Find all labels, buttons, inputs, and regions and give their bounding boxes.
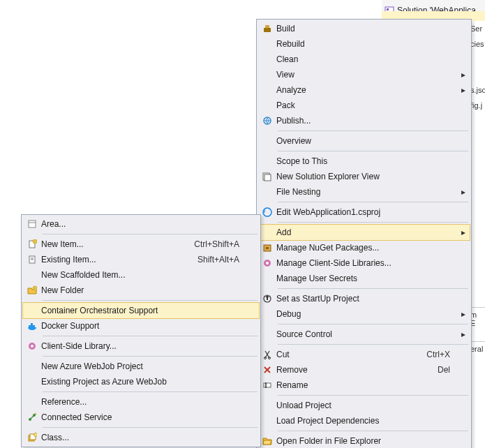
menu-item-label: Manage NuGet Packages... [276,243,450,253]
docker-icon [23,318,41,334]
menu-separator [43,427,258,428]
menu-item-label: Existing Project as Azure WebJob [41,377,239,387]
project-menu-item-manage-nuget-packages[interactable]: Manage NuGet Packages... [258,240,470,255]
project-menu-item-cut[interactable]: CutCtrl+X [258,347,470,362]
project-menu-item-overview[interactable]: Overview [258,133,470,149]
submenu-arrow-icon: ▸ [457,70,470,80]
menu-item-label: New Scaffolded Item... [41,270,239,280]
menu-item-label: Pack [276,100,450,110]
project-menu-item-publish[interactable]: Publish... [258,113,470,128]
project-menu-item-remove[interactable]: RemoveDel [258,362,470,378]
menu-item-label: Publish... [276,116,450,126]
project-menu-item-debug[interactable]: Debug▸ [258,306,470,322]
no-icon [258,52,276,67]
project-menu-item-edit-webapplication1-csproj[interactable]: Edit WebApplication1.csproj [258,204,470,220]
menu-item-label: Client-Side Library... [41,341,239,351]
build-icon [258,21,276,36]
menu-item-label: Cut [276,350,426,359]
add-menu-item-reference[interactable]: Reference... [23,394,259,410]
project-menu-item-build[interactable]: Build [258,21,470,36]
add-menu-item-new-scaffolded-item[interactable]: New Scaffolded Item... [23,267,259,283]
menu-separator [278,324,468,324]
add-menu-item-area[interactable]: Area... [23,216,259,232]
project-menu-item-manage-client-side-libraries[interactable]: Manage Client-Side Libraries... [258,255,470,271]
svg-rect-16 [29,221,36,227]
svg-point-29 [31,345,33,348]
existing-item-icon [23,252,41,267]
no-icon [258,154,276,169]
menu-item-label: Class... [41,433,239,442]
project-menu-item-pack[interactable]: Pack [258,98,470,113]
project-menu-item-add[interactable]: Add▸ [258,224,470,241]
svg-rect-26 [33,325,35,327]
menu-item-label: Manage User Secrets [276,274,450,283]
svg-rect-27 [31,323,33,325]
project-context-menu[interactable]: BuildRebuildCleanView▸Analyze▸PackPublis… [256,19,472,448]
menu-item-label: Edit WebApplication1.csproj [276,207,450,217]
menu-separator [43,336,258,336]
add-menu-item-existing-item[interactable]: Existing Item...Shift+Alt+A [23,252,259,267]
no-icon [23,374,41,389]
new-folder-icon [23,283,41,298]
menu-item-label: Add [276,227,450,237]
project-menu-item-manage-user-secrets[interactable]: Manage User Secrets [258,271,470,286]
connected-service-icon [23,410,41,425]
project-menu-item-clean[interactable]: Clean [258,52,470,67]
project-menu-item-view[interactable]: View▸ [258,67,470,82]
menu-separator [278,344,468,345]
client-lib-icon [23,338,41,354]
menu-item-label: Clean [276,54,450,64]
class-icon [23,430,41,445]
no-icon [258,67,276,82]
add-menu-item-existing-project-as-azure-webjob[interactable]: Existing Project as Azure WebJob [23,374,259,389]
no-icon [258,36,276,52]
menu-item-shortcut: Ctrl+X [426,350,457,359]
svg-point-34 [34,433,38,437]
add-menu-item-docker-support[interactable]: Docker Support [23,318,259,334]
menu-item-label: Reference... [41,397,239,407]
no-icon [258,133,276,149]
menu-item-label: Build [276,24,450,33]
add-menu-item-new-folder[interactable]: New Folder [23,283,259,298]
new-item-icon [23,237,41,252]
add-menu-item-class[interactable]: Class... [23,430,259,445]
add-menu-item-new-azure-webjob-project[interactable]: New Azure WebJob Project [23,359,259,374]
svg-rect-14 [264,383,271,387]
project-menu-item-new-solution-explorer-view[interactable]: New Solution Explorer View [258,169,470,184]
project-menu-item-rebuild[interactable]: Rebuild [258,36,470,52]
no-icon [258,98,276,113]
add-menu-item-container-orchestrator-support[interactable]: Container Orchestrator Support [22,302,260,319]
no-icon [258,184,276,200]
menu-separator [43,234,258,234]
submenu-arrow-icon: ▸ [457,187,470,197]
menu-item-label: View [276,70,450,80]
menu-item-shortcut: Shift+Alt+A [197,255,246,264]
add-submenu[interactable]: Area...New Item...Ctrl+Shift+AExisting I… [21,214,261,447]
menu-item-label: File Nesting [276,187,450,197]
menu-item-label: Remove [276,365,438,375]
add-menu-item-new-item[interactable]: New Item...Ctrl+Shift+A [23,237,259,252]
menu-item-label: Connected Service [41,412,239,422]
submenu-arrow-icon: ▸ [457,85,470,95]
project-menu-item-unload-project[interactable]: Unload Project [258,398,470,413]
menu-item-label: Source Control [276,329,450,339]
menu-separator [278,202,468,202]
menu-item-label: Load Project Dependencies [276,416,450,426]
project-menu-item-file-nesting[interactable]: File Nesting▸ [258,184,470,200]
menu-item-label: New Solution Explorer View [276,172,450,181]
project-menu-item-scope-to-this[interactable]: Scope to This [258,154,470,169]
menu-item-label: Rename [276,380,450,390]
add-menu-item-connected-service[interactable]: Connected Service [23,410,259,425]
project-menu-item-analyze[interactable]: Analyze▸ [258,82,470,98]
project-menu-item-load-project-dependencies[interactable]: Load Project Dependencies [258,413,470,428]
menu-item-label: Rebuild [276,39,450,49]
no-icon [258,82,276,98]
menu-item-label: Area... [41,219,239,229]
add-menu-item-client-side-library[interactable]: Client-Side Library... [23,338,259,354]
project-menu-item-source-control[interactable]: Source Control▸ [258,327,470,342]
menu-item-shortcut: Del [438,365,457,375]
menu-separator [278,288,468,289]
project-menu-item-rename[interactable]: Rename [258,378,470,393]
project-menu-item-open-folder-in-file-explorer[interactable]: Open Folder in File Explorer [258,433,470,448]
project-menu-item-set-as-startup-project[interactable]: Set as StartUp Project [258,291,470,306]
